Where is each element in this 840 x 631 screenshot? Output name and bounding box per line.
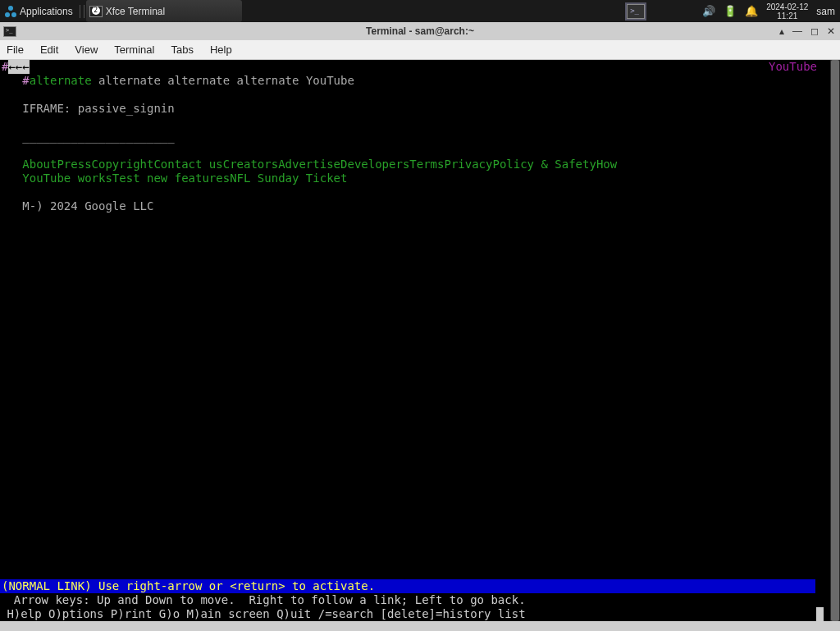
user-label[interactable]: sam: [816, 6, 835, 17]
battery-icon[interactable]: 🔋: [724, 5, 737, 17]
applications-label: Applications: [20, 6, 73, 17]
menu-view[interactable]: View: [75, 43, 98, 56]
volume-icon[interactable]: 🔊: [702, 5, 715, 17]
scrollbar[interactable]: [830, 60, 840, 621]
window-titlebar[interactable]: Terminal - sam@arch:~ ▴ — ◻ ✕: [0, 22, 840, 40]
link-alternate[interactable]: alternate: [30, 74, 92, 87]
hash-mark-2: #: [22, 74, 29, 87]
blank-4: [2, 185, 840, 199]
window-icon: [3, 26, 16, 37]
line-1: #←←←: [2, 60, 840, 74]
blank-2: [2, 116, 840, 130]
line-copyright: M-) 2024 Google LLC: [2, 199, 840, 213]
back-arrows[interactable]: ←←←: [8, 60, 29, 74]
menu-tabs[interactable]: Tabs: [171, 43, 193, 56]
terminal-viewport[interactable]: #←←← #alternate alternate alternate alte…: [0, 60, 840, 621]
window-controls: ▴ — ◻ ✕: [778, 25, 837, 37]
text-alternates: alternate alternate alternate YouTube: [92, 74, 354, 87]
lynx-help-lines: Arrow keys: Up and Down to move. Right t…: [0, 593, 526, 621]
line-links-2: YouTube worksTest new featuresNFL Sunday…: [2, 171, 840, 185]
applications-menu-button[interactable]: Applications: [0, 0, 78, 22]
line-divider: ______________________: [2, 130, 840, 144]
scrollbar-thumb[interactable]: [831, 60, 839, 621]
menubar: File Edit View Terminal Tabs Help: [0, 40, 840, 60]
blank-1: [2, 88, 840, 102]
menu-help[interactable]: Help: [210, 43, 232, 56]
window-title: Terminal - sam@arch:~: [366, 25, 474, 37]
taskbar-item-terminal[interactable]: Xfce Terminal: [86, 0, 242, 22]
maximize-button[interactable]: ◻: [809, 25, 820, 37]
footer-links-2[interactable]: YouTube worksTest new featuresNFL Sunday…: [22, 171, 347, 185]
hash-mark: #: [2, 60, 8, 74]
line-links-1: AboutPressCopyrightContact usCreatorsAdv…: [2, 158, 840, 171]
task-label: Xfce Terminal: [106, 6, 165, 17]
terminal-content: #←←← #alternate alternate alternate alte…: [0, 60, 840, 213]
menu-terminal[interactable]: Terminal: [114, 43, 154, 56]
lynx-status-bar: (NORMAL LINK) Use right-arrow or <return…: [0, 579, 815, 593]
tray-terminal-icon[interactable]: [627, 4, 645, 19]
line-iframe: IFRAME: passive_signin: [2, 102, 840, 116]
help-line-1: Arrow keys: Up and Down to move. Right t…: [0, 593, 526, 607]
notification-icon[interactable]: 🔔: [745, 5, 758, 17]
separator: [80, 5, 84, 18]
terminal-cursor: [816, 607, 824, 621]
footer-links-1[interactable]: AboutPressCopyrightContact usCreatorsAdv…: [22, 158, 617, 171]
close-button[interactable]: ✕: [825, 25, 837, 37]
help-line-2: H)elp O)ptions P)rint G)o M)ain screen Q…: [0, 607, 526, 621]
applications-icon: [5, 6, 16, 17]
system-tray: 🔊 🔋 🔔 2024-02-12 11:21 sam: [627, 0, 840, 22]
blank-3: [2, 144, 840, 158]
terminal-icon: [89, 6, 103, 17]
clock[interactable]: 2024-02-12 11:21: [766, 2, 808, 21]
youtube-label-right: YouTube: [769, 60, 817, 74]
taskbar: Applications Xfce Terminal 🔊 🔋 🔔 2024-02…: [0, 0, 840, 22]
shade-button[interactable]: ▴: [778, 25, 786, 37]
taskbar-left: Applications Xfce Terminal: [0, 0, 242, 22]
line-2: #alternate alternate alternate alternate…: [2, 74, 840, 88]
clock-time: 11:21: [766, 11, 808, 21]
minimize-button[interactable]: —: [791, 25, 804, 37]
menu-file[interactable]: File: [7, 43, 24, 56]
menu-edit[interactable]: Edit: [40, 43, 58, 56]
clock-date: 2024-02-12: [766, 2, 808, 11]
window-bottom-border: [0, 621, 840, 631]
